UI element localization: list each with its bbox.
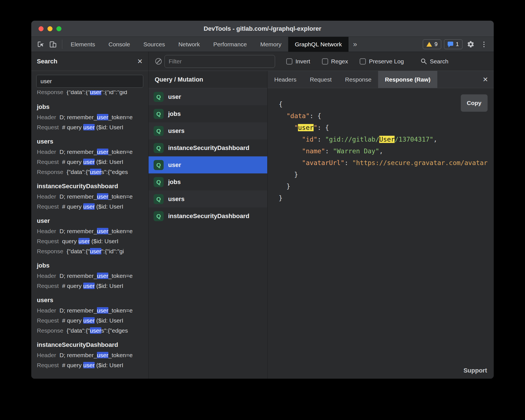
query-item-jobs[interactable]: Qjobs xyxy=(149,105,267,122)
query-item-label: users xyxy=(168,127,185,135)
settings-gear-icon[interactable] xyxy=(465,39,476,50)
filter-checkbox-preserve-log[interactable]: Preserve Log xyxy=(360,58,404,65)
query-item-user[interactable]: Quser xyxy=(149,156,267,173)
query-item-instancesecuritydashboard[interactable]: QinstanceSecurityDashboard xyxy=(149,207,267,225)
zoom-window-button[interactable] xyxy=(56,26,61,31)
clear-requests-icon[interactable] xyxy=(155,58,162,65)
devtools-tab-elements[interactable]: Elements xyxy=(64,37,102,52)
search-close-icon[interactable]: ✕ xyxy=(137,58,143,65)
search-result-line[interactable]: HeaderD; remember_user_token=e xyxy=(37,226,148,236)
detail-tab-response-raw[interactable]: Response (Raw) xyxy=(378,71,437,88)
query-type-icon: Q xyxy=(154,177,164,187)
detail-close-icon[interactable]: ✕ xyxy=(483,76,494,83)
search-result-line[interactable]: HeaderD; remember_user_token=e xyxy=(37,192,148,202)
minimize-window-button[interactable] xyxy=(47,26,52,31)
search-result-text: # query user ($id: UserI xyxy=(62,203,123,210)
search-panel-header: Search ✕ xyxy=(31,52,148,71)
query-item-label: jobs xyxy=(168,178,181,186)
devtools-tab-graphql-network[interactable]: GraphQL Network xyxy=(288,37,349,52)
query-item-label: instanceSecurityDashboard xyxy=(168,144,249,152)
query-item-users[interactable]: Qusers xyxy=(149,190,267,207)
code-line: "data": { xyxy=(279,110,488,122)
search-result-line[interactable]: Request# query user ($id: UserI xyxy=(37,157,148,167)
search-toggle[interactable]: Search xyxy=(421,58,448,65)
detail-tab-headers[interactable]: Headers xyxy=(268,71,303,88)
query-list[interactable]: QuserQjobsQusersQinstanceSecurityDashboa… xyxy=(149,88,267,379)
search-result-line[interactable]: Request# query user ($id: UserI xyxy=(37,360,148,370)
search-result-text: {"data":{"users":{"edges xyxy=(67,327,128,334)
search-result-line[interactable]: HeaderD; remember_user_token=e xyxy=(37,112,148,122)
checkbox-label: Regex xyxy=(331,58,348,65)
copy-button[interactable]: Copy xyxy=(461,94,488,112)
search-result-group-title: instanceSecurityDashboard xyxy=(37,181,148,192)
search-match-highlight: user xyxy=(90,169,101,175)
more-tabs-icon[interactable]: » xyxy=(349,37,361,52)
search-result-line[interactable]: Response{"data":{"user":{"id":"gi xyxy=(37,246,148,256)
code-line: } xyxy=(279,192,488,204)
search-result-line[interactable]: Request# query user ($id: UserI xyxy=(37,281,148,291)
search-match-highlight: user xyxy=(83,362,95,368)
close-window-button[interactable] xyxy=(39,26,44,31)
filter-input[interactable] xyxy=(164,55,275,68)
query-item-user[interactable]: Quser xyxy=(149,88,267,105)
devtools-tab-network[interactable]: Network xyxy=(172,37,207,52)
search-result-line[interactable]: Request# query user ($id: UserI xyxy=(37,202,148,212)
filter-checkbox-regex[interactable]: Regex xyxy=(322,58,348,65)
clipped-result-line[interactable]: Response{"data":{"user":{"id":"gid xyxy=(37,90,148,98)
search-match-highlight: user xyxy=(97,193,108,200)
issues-count: 1 xyxy=(456,41,459,47)
search-result-text: D; remember_user_token=e xyxy=(59,193,133,200)
search-result-label: Header xyxy=(37,193,56,200)
filter-checkboxes: InvertRegexPreserve Log xyxy=(286,58,404,65)
checkbox-icon[interactable] xyxy=(322,58,328,65)
json-code: { "data": { "user": { "id": "gid://gitla… xyxy=(279,98,488,204)
search-result-text: # query user ($id: UserI xyxy=(62,317,123,324)
toolbar-right-icons: 9 1 xyxy=(423,37,494,52)
search-panel-title: Search xyxy=(37,58,57,65)
devtools-tab-console[interactable]: Console xyxy=(102,37,137,52)
search-result-line[interactable]: HeaderD; remember_user_token=e xyxy=(37,350,148,360)
checkbox-icon[interactable] xyxy=(286,58,292,65)
search-result-line[interactable]: HeaderD; remember_user_token=e xyxy=(37,271,148,281)
devtools-tab-sources[interactable]: Sources xyxy=(137,37,172,52)
search-result-text: {"data":{"user":{"id":"gid xyxy=(67,90,127,96)
devtools-tab-memory[interactable]: Memory xyxy=(254,37,288,52)
query-type-icon: Q xyxy=(154,143,164,153)
search-result-line[interactable]: Response{"data":{"users":{"edges xyxy=(37,326,148,336)
search-result-line[interactable]: Response{"data":{"users":{"edges xyxy=(37,167,148,177)
query-item-jobs[interactable]: Qjobs xyxy=(149,173,267,190)
search-result-line[interactable]: Request# query user ($id: UserI xyxy=(37,122,148,132)
search-panel: Search ✕ Response{"data":{"user":{"id":"… xyxy=(31,52,149,379)
search-results-list[interactable]: Response{"data":{"user":{"id":"gidjobsHe… xyxy=(31,90,148,379)
issues-badge[interactable]: 1 xyxy=(444,39,462,49)
title-bar[interactable]: DevTools - gitlab.com/-/graphql-explorer xyxy=(31,21,494,37)
checkbox-icon[interactable] xyxy=(360,58,366,65)
inspect-element-icon[interactable] xyxy=(35,39,46,50)
search-result-line[interactable]: Response{"data":{"user":{"id":"gid xyxy=(37,90,148,97)
filter-checkbox-invert[interactable]: Invert xyxy=(286,58,310,65)
search-input-row xyxy=(31,71,148,90)
search-match-highlight: user xyxy=(83,159,95,165)
search-result-line[interactable]: HeaderD; remember_user_token=e xyxy=(37,306,148,316)
detail-tab-request[interactable]: Request xyxy=(303,71,338,88)
search-result-label: Response xyxy=(37,169,63,175)
search-result-group-title: instanceSecurityDashboard xyxy=(37,340,148,350)
support-link[interactable]: Support xyxy=(464,367,487,374)
search-result-group-title: user xyxy=(37,216,148,226)
search-match-highlight: user xyxy=(83,317,95,324)
search-result-line[interactable]: HeaderD; remember_user_token=e xyxy=(37,147,148,157)
search-match-highlight: user xyxy=(90,248,101,254)
query-item-instancesecuritydashboard[interactable]: QinstanceSecurityDashboard xyxy=(149,139,267,156)
detail-tab-strip: HeadersRequestResponseResponse (Raw) xyxy=(268,71,437,88)
warnings-badge[interactable]: 9 xyxy=(423,39,441,49)
search-match-highlight: user xyxy=(78,238,90,244)
search-result-line[interactable]: Requestquery user ($id: UserI xyxy=(37,236,148,246)
more-options-icon[interactable] xyxy=(479,39,489,50)
search-input[interactable] xyxy=(36,75,143,88)
search-result-label: Header xyxy=(37,149,56,155)
device-toolbar-icon[interactable] xyxy=(47,39,58,50)
detail-tab-response[interactable]: Response xyxy=(338,71,378,88)
query-item-users[interactable]: Qusers xyxy=(149,122,267,139)
devtools-tab-performance[interactable]: Performance xyxy=(207,37,254,52)
search-result-line[interactable]: Request# query user ($id: UserI xyxy=(37,316,148,326)
